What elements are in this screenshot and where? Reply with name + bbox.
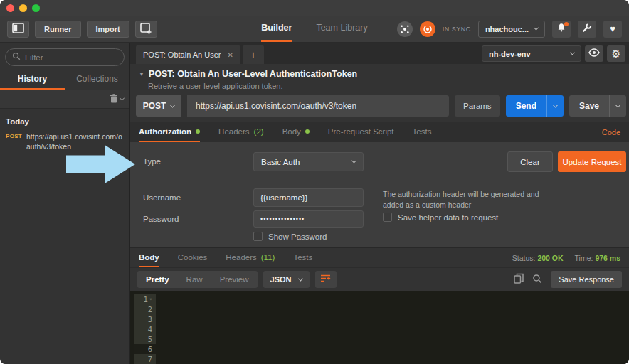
- wrap-lines-icon: [320, 274, 331, 285]
- tab-authorization[interactable]: Authorization: [139, 122, 200, 142]
- new-window-button[interactable]: [135, 21, 157, 38]
- url-bar: POST Params Send Save: [130, 94, 629, 122]
- chevron-down-icon[interactable]: [120, 96, 125, 101]
- tab-builder[interactable]: Builder: [261, 16, 292, 42]
- status-value: 200 OK: [537, 254, 563, 262]
- divider: [130, 181, 629, 181]
- line-number: 3: [134, 314, 156, 324]
- save-options-button[interactable]: [609, 95, 626, 117]
- filter-box[interactable]: [5, 48, 125, 66]
- code-link[interactable]: Code: [602, 128, 620, 136]
- show-password-checkbox[interactable]: Show Password: [253, 232, 327, 241]
- request-title: POST: Obtain An User-Level Authenticatio…: [149, 69, 357, 79]
- trash-icon[interactable]: [110, 94, 118, 105]
- sync-icon[interactable]: [420, 21, 435, 37]
- status-readout: Status: 200 OK: [512, 254, 564, 262]
- view-preview-button[interactable]: Preview: [211, 271, 258, 288]
- fold-caret-icon[interactable]: ▾: [149, 296, 152, 302]
- heart-icon: ♥: [610, 23, 615, 34]
- wrap-text-button[interactable]: [315, 271, 337, 288]
- sidebar-tab-collections[interactable]: Collections: [65, 69, 130, 90]
- method-badge: POST: [6, 132, 22, 151]
- import-button[interactable]: Import: [87, 21, 130, 38]
- search-icon: [12, 52, 21, 63]
- clear-button[interactable]: Clear: [507, 151, 553, 172]
- favorites-button[interactable]: ♥: [603, 21, 622, 38]
- sidebar-toggle-button[interactable]: [7, 21, 29, 38]
- response-tab-tests[interactable]: Tests: [293, 248, 312, 267]
- sidebar-tab-history[interactable]: History: [0, 69, 65, 90]
- chevron-down-icon: [352, 159, 356, 164]
- document-tabstrip: POST: Obtain An User ✕ + nh-dev-env: [130, 43, 629, 64]
- collapse-caret-icon[interactable]: ▼: [139, 71, 144, 77]
- auth-helper-note: The authorization header will be generat…: [383, 189, 554, 210]
- notification-dot: [564, 22, 569, 26]
- response-tab-headers[interactable]: Headers(11): [226, 248, 275, 267]
- request-tabs: Authorization Headers(2) Body Pre-reques…: [130, 122, 629, 142]
- account-menu[interactable]: nhachouc...: [478, 21, 545, 38]
- update-request-button[interactable]: Update Request: [558, 151, 626, 172]
- tab-tests[interactable]: Tests: [413, 122, 432, 142]
- response-editor[interactable]: 1▾ 2 3 4 5 6 7: [130, 291, 629, 364]
- history-actions-bar: [0, 90, 130, 109]
- time-readout: Time: 976 ms: [575, 254, 620, 262]
- search-response-icon[interactable]: [532, 274, 542, 286]
- environment-quicklook-button[interactable]: [585, 46, 603, 62]
- view-mode-segment: Pretty Raw Preview: [137, 271, 258, 288]
- new-window-icon: [140, 23, 152, 36]
- line-number: 7: [134, 354, 156, 364]
- view-raw-button[interactable]: Raw: [178, 271, 211, 288]
- url-input[interactable]: [187, 95, 449, 117]
- tab-team-library[interactable]: Team Library: [316, 16, 367, 42]
- status-dot: [305, 129, 310, 134]
- runner-button[interactable]: Runner: [35, 21, 81, 38]
- response-toolbar: Pretty Raw Preview JSON: [130, 267, 629, 291]
- tab-headers[interactable]: Headers(2): [218, 122, 264, 142]
- zoom-window-button[interactable]: [32, 4, 40, 12]
- filter-input[interactable]: [25, 53, 103, 62]
- sidebar: History Collections Today POST https://a…: [0, 43, 130, 364]
- save-response-button[interactable]: Save Response: [551, 271, 622, 288]
- save-helper-checkbox[interactable]: Save helper data to request: [383, 213, 498, 222]
- checkbox-icon: [383, 213, 392, 222]
- close-tab-icon[interactable]: ✕: [227, 51, 233, 59]
- chevron-down-icon: [570, 50, 575, 55]
- password-label: Password: [143, 215, 179, 223]
- settings-wrench-button[interactable]: [578, 21, 596, 38]
- response-tab-cookies[interactable]: Cookies: [178, 248, 208, 267]
- gear-icon: ⚙: [611, 48, 620, 59]
- new-tab-button[interactable]: +: [243, 46, 264, 64]
- copy-icon[interactable]: [514, 273, 524, 286]
- request-tab[interactable]: POST: Obtain An User ✕: [136, 46, 240, 64]
- params-button[interactable]: Params: [455, 95, 500, 117]
- environment-settings-button[interactable]: ⚙: [607, 46, 625, 62]
- auth-type-select[interactable]: Basic Auth: [253, 152, 364, 171]
- time-value: 976 ms: [595, 254, 620, 262]
- method-select[interactable]: POST: [136, 95, 181, 117]
- password-input[interactable]: [253, 210, 364, 228]
- response-tab-body[interactable]: Body: [139, 248, 159, 267]
- send-options-button[interactable]: [546, 95, 564, 117]
- checkbox-icon: [253, 232, 263, 241]
- interceptor-icon[interactable]: [397, 21, 413, 37]
- minimize-window-button[interactable]: [19, 4, 27, 12]
- editor-code-area[interactable]: [156, 294, 629, 364]
- username-input[interactable]: [253, 188, 364, 207]
- save-button[interactable]: Save: [569, 95, 609, 117]
- close-window-button[interactable]: [6, 4, 14, 12]
- tab-pre-request-script[interactable]: Pre-request Script: [328, 122, 394, 142]
- notifications-button[interactable]: [552, 21, 571, 38]
- history-section-title: Today: [0, 109, 130, 130]
- tab-body[interactable]: Body: [282, 122, 310, 142]
- line-number: 4: [134, 324, 156, 334]
- response-format-select[interactable]: JSON: [263, 271, 310, 288]
- line-number-highlighted: 6: [134, 344, 156, 354]
- view-pretty-button[interactable]: Pretty: [137, 271, 178, 288]
- request-header: ▼ POST: Obtain An User-Level Authenticat…: [130, 64, 629, 94]
- postman-window: Runner Import Builder Team Library IN SY…: [0, 0, 629, 364]
- line-number: 5: [134, 334, 156, 344]
- status-dot: [196, 129, 200, 134]
- eye-icon: [588, 48, 600, 59]
- environment-select[interactable]: nh-dev-env: [482, 46, 581, 62]
- send-button[interactable]: Send: [506, 95, 546, 117]
